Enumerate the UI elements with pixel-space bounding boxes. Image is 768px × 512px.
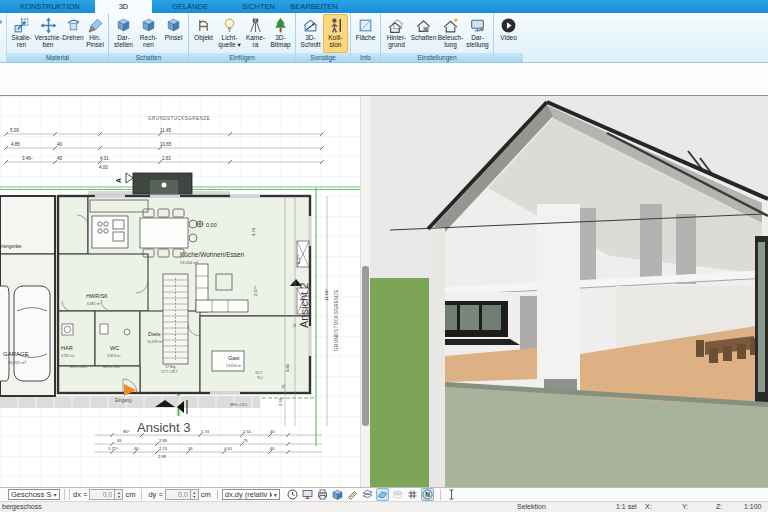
cut-wall-middle: [537, 204, 580, 401]
svg-text:5.09: 5.09: [10, 128, 19, 133]
lichtquelle-button[interactable]: Licht- quelle ▾: [216, 14, 243, 53]
house-sun-icon: [442, 16, 459, 34]
verschieben-button[interactable]: Verschie- ben: [34, 14, 62, 53]
svg-text:10.65: 10.65: [160, 142, 172, 147]
group-label-schatten: Schatten: [109, 53, 188, 62]
skalieren-button[interactable]: Skalie- ren: [9, 14, 34, 53]
dx-stepper[interactable]: ▲▼: [115, 489, 123, 500]
svg-text:26,931 m²: 26,931 m²: [8, 360, 27, 365]
dy-label: dy =: [148, 490, 162, 499]
svg-text:3.81: 3.81: [285, 363, 290, 372]
ribbon-group-einstellungen: Hinter- grund Schatten Beleuch- tung Dar…: [381, 13, 494, 62]
tab-sichten[interactable]: SICHTEN: [235, 0, 282, 13]
dy-stepper[interactable]: ▲▼: [191, 489, 199, 500]
floor-plan-2d-view[interactable]: A Eingang Ansicht 3 Ansicht 2 GRUNDSTÜCK…: [0, 96, 360, 487]
level-marker: 0.00: [197, 221, 217, 228]
workplane-icon[interactable]: [376, 488, 389, 501]
monitor-icon[interactable]: [301, 488, 314, 501]
layers-icon[interactable]: [391, 488, 404, 501]
cursor-ibeam-icon[interactable]: [445, 488, 458, 501]
sill-note: BRH = 126,0: [230, 403, 248, 407]
printer-icon[interactable]: [316, 488, 329, 501]
render-3d-view[interactable]: [370, 96, 768, 487]
plan-vertical-scrollbar[interactable]: [360, 96, 370, 487]
hin-pinsel-button[interactable]: Hin. Pinsel: [84, 14, 106, 53]
svg-text:11.45: 11.45: [160, 128, 171, 133]
sideboard: [133, 173, 192, 194]
material-cube-icon[interactable]: [331, 488, 344, 501]
grid-icon[interactable]: [406, 488, 419, 501]
objekt-button[interactable]: Objekt: [191, 14, 216, 53]
bottom-toolbar: Geschoss S▾ dx = ▲▼ cm dy = ▲▼ cm dx,dy …: [0, 487, 768, 501]
kollision-button[interactable]: Kolli- sion: [323, 14, 348, 53]
3d-schnitt-button[interactable]: 3D- Schnitt: [298, 14, 323, 53]
dy-input[interactable]: [165, 489, 191, 500]
clock-icon[interactable]: [286, 488, 299, 501]
stairs-note1: 17 Stg: [165, 365, 175, 369]
svg-text:3,925 m²: 3,925 m²: [61, 354, 76, 358]
floor-select[interactable]: Geschoss S▾: [8, 489, 60, 500]
cut-wall-left: [429, 227, 445, 487]
chevron-down-icon: ▾: [53, 491, 56, 498]
dx-input[interactable]: [89, 489, 115, 500]
person-icon: [327, 16, 344, 34]
svg-text:4.85: 4.85: [11, 142, 20, 147]
darstellen-button[interactable]: Dar- stellen: [111, 14, 136, 53]
kamera-button[interactable]: Kame- ra: [243, 14, 268, 53]
dx-unit: cm: [125, 490, 135, 499]
ribbon-group-sonstige: 3D- Schnitt Kolli- sion Sonstige: [296, 13, 351, 62]
tab-gelaende[interactable]: GELÄNDE: [160, 0, 220, 13]
group-label-einfuegen: Einfügen: [189, 53, 295, 62]
svg-text:40: 40: [57, 142, 63, 147]
boundary-label-right: GRUNDSTÜCKSGRENZE: [333, 289, 339, 351]
svg-text:86⁵: 86⁵: [123, 429, 130, 434]
status-scale-sel: 1:1 sel: [616, 503, 637, 510]
pinsel-button[interactable]: Pinsel: [161, 14, 186, 53]
svg-text:4.01: 4.01: [224, 446, 233, 451]
coordinate-mode-select[interactable]: dx,dy (relativ ka▾: [222, 489, 280, 500]
scale-icon: [13, 16, 30, 34]
svg-text:Diele: Diele: [148, 331, 161, 337]
flaeche-button[interactable]: Fläche: [353, 14, 378, 53]
svg-text:40: 40: [270, 429, 275, 434]
scrollbar-thumb[interactable]: [362, 266, 369, 426]
tab-3d[interactable]: 3D: [95, 0, 152, 13]
tab-konstruktion[interactable]: KONSTRUKTION: [10, 0, 90, 13]
svg-text:40: 40: [270, 446, 275, 451]
darstellung-button[interactable]: Dar- stellung: [464, 14, 491, 53]
status-x: X:: [645, 503, 652, 510]
ribbon-group-info: Fläche Info: [351, 13, 381, 62]
houses-icon: [388, 16, 405, 34]
svg-text:HAR: HAR: [61, 345, 73, 351]
status-y: Y:: [682, 503, 688, 510]
svg-text:2.51: 2.51: [243, 429, 252, 434]
svg-text:2.85: 2.85: [159, 438, 168, 443]
tab-bearbeiten[interactable]: BEARBEITEN: [288, 0, 340, 13]
tree-icon: [272, 16, 289, 34]
beleuchtung-button[interactable]: Beleuch- tung: [437, 14, 464, 53]
drehen-button[interactable]: Drehen: [62, 14, 84, 53]
brush-icon: [87, 16, 104, 34]
hintergrund-button[interactable]: Hinter- grund: [383, 14, 410, 53]
svg-text:rtengeräte: rtengeräte: [1, 244, 22, 249]
svg-text:A: A: [115, 178, 122, 183]
clipped-ribbon-button[interactable]: [0, 13, 7, 62]
cube-icon: [165, 16, 182, 34]
mesh-icon[interactable]: [361, 488, 374, 501]
svg-text:2.63: 2.63: [162, 156, 171, 161]
svg-text:1.72⁵: 1.72⁵: [108, 446, 118, 451]
video-button[interactable]: Video: [496, 14, 521, 53]
schatten-einst-button[interactable]: Schatten: [410, 14, 437, 53]
rotate-icon: [65, 16, 82, 34]
3d-bitmap-button[interactable]: 3D- Bitmap: [268, 14, 293, 53]
boundary-label-top: GRUNDSTÜCKSGRENZE: [148, 115, 210, 121]
measure-icon[interactable]: [346, 488, 359, 501]
ribbon: Skalie- ren Verschie- ben Drehen Hin. Pi…: [0, 13, 768, 63]
svg-text:13,856 m²: 13,856 m²: [226, 364, 243, 368]
north-icon[interactable]: [421, 488, 434, 501]
gast-bed: [212, 351, 244, 371]
svg-text:14,169 m²: 14,169 m²: [147, 340, 164, 344]
sill-note: BRH = 139,0: [70, 365, 88, 369]
rechnen-button[interactable]: Rech- nen: [136, 14, 161, 53]
stairs-note2: 17,7 / 29,7: [161, 370, 178, 374]
